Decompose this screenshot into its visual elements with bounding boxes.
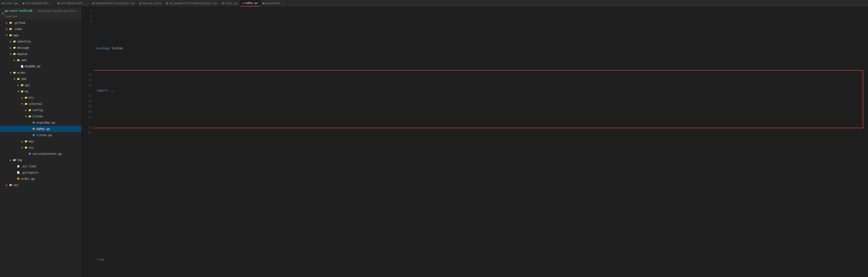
tab-thirdpayment1[interactable]: thirdPaymentMx... [21,0,55,6]
sidebar-item-mqs[interactable]: ▶ 📁 mqs [0,138,82,144]
sidebar-item-rpc[interactable]: ▶ 📁 rpc [0,182,82,188]
folder-icon: 📁 [28,114,32,118]
chevron-icon: ▶ [5,26,9,32]
sidebar-item-app[interactable]: ▼ 📁 app [0,32,82,38]
code-line-1: package listen [97,46,866,51]
file-icon: 📄 [16,171,20,174]
tab-dot [2,3,4,4]
folder-icon: 📁 [12,158,16,162]
folder-icon: 📁 [9,27,12,31]
code-editor[interactable]: 1 2 3 13 14 15 17 18 19 20 21 [82,7,868,277]
chevron-icon: ▶ [20,139,24,144]
sidebar-item-config[interactable]: ▶ 📁 config [0,107,82,113]
tab-thirdpayment2[interactable]: thirdPaymentMx... [55,0,90,6]
code-area: 1 2 3 13 14 15 17 18 19 20 21 [82,7,868,277]
item-label: listen.go [36,133,52,138]
sidebar-item-readme[interactable]: ▶ 📄 README.md [0,63,82,70]
code-line-6 [97,141,866,146]
code-line-13: //kq [97,257,866,262]
item-label: identity [17,39,31,44]
tab-mqueue[interactable]: mqueue.proto [137,0,164,6]
item-label: mqueue [17,51,27,57]
sidebar-item-listen[interactable]: ▼ 📁 listen [0,113,82,119]
folder-icon: 📁 [24,102,28,106]
item-label: tmp [17,158,22,163]
highlight-box [94,70,863,128]
item-label: cmd [21,76,26,81]
sidebar-item-asyncmqs[interactable]: ▶ 🔷 asyncMqs.go [0,119,82,126]
sidebar: ▼ go-zero-looklook ~/Developer/goenv/go-… [0,7,82,277]
chevron-icon: ▶ [9,45,12,50]
item-label: listen [32,114,43,119]
tab-kqpayment[interactable]: kq_paymentStatusUpdateLogic.go [164,0,220,6]
tab-paymentmq[interactable]: paymentMq... [260,0,287,6]
project-header: ▼ go-zero-looklook ~/Developer/goenv/go-… [0,8,82,20]
sidebar-item-gitignore[interactable]: ▶ 📄 .gitignore [0,169,82,176]
item-label: README.md [25,64,40,69]
tab-dot [243,2,244,4]
sidebar-item-order-cmd[interactable]: ▼ 📁 cmd [0,76,82,82]
line-numbers: 1 2 3 13 14 15 17 18 19 20 21 [82,7,94,277]
tab-dot [92,3,94,4]
tab-kqmqs[interactable]: kqMqs.go [240,0,260,6]
sidebar-item-svccontext[interactable]: ▶ 🔷 serviceContext.go [0,151,82,157]
sidebar-item-api[interactable]: ▶ 📁 api [0,82,82,88]
sidebar-item-mqueue-cmd[interactable]: ▶ 📁 cmd [0,57,82,63]
item-label: config [32,108,43,113]
sidebar-item-airtoml[interactable]: ▶ 📋 .air.toml [0,163,82,169]
tab-label: thirdPaymentMx... [26,2,53,5]
project-chevron: ▼ [1,11,5,16]
item-label: .idea [13,26,22,32]
sidebar-item-mq[interactable]: ▼ 📁 mq [0,88,82,95]
tab-order2[interactable]: order.go [220,0,240,6]
code-content[interactable]: package listen import ... //kq //消息队列 [94,7,868,277]
code-line-3: import ... [97,88,866,93]
folder-icon: 📁 [24,146,28,149]
file-icon: 📄 [20,65,24,68]
item-label: .air.toml [21,164,36,169]
folder-icon: 📁 [12,46,16,50]
chevron-icon: ▼ [20,145,24,150]
sidebar-item-message[interactable]: ▶ 📁 message [0,45,82,51]
code-line-7 [97,157,866,162]
item-label: etc [29,95,34,100]
chevron-icon: ▼ [12,76,16,81]
chevron-icon: ▶ [16,82,20,88]
tab-ordergo[interactable]: order.go [0,0,21,6]
item-label: internal [29,101,42,107]
folder-icon: 📁 [16,58,20,62]
folder-icon: 📁 [28,108,32,112]
sidebar-item-ordergo[interactable]: ▶ 🔶 order.go [0,176,82,182]
tab-dot [222,3,223,4]
item-label: cmd [21,58,26,63]
sidebar-item-internal[interactable]: ▼ 📁 internal [0,101,82,107]
sidebar-item-svc[interactable]: ▼ 📁 svc [0,144,82,151]
sidebar-item-listengo[interactable]: ▶ 🔷 listen.go [0,132,82,138]
sidebar-item-kqmqs[interactable]: ▶ 🔶 kqMqs.go [0,126,82,132]
chevron-icon: ▼ [5,33,9,38]
item-label: .gitignore [21,170,38,175]
chevron-icon: ▼ [9,70,12,75]
item-label: svc [29,145,34,150]
sidebar-item-mqueue[interactable]: ▼ 📁 mqueue [0,51,82,57]
sidebar-item-etc[interactable]: ▶ 📁 etc [0,95,82,101]
sidebar-item-github[interactable]: ▶ 📁 .github [0,20,82,26]
file-icon: 🔷 [28,152,32,156]
tab-dot [166,3,168,4]
tab-label: thirdPaymentMx... [60,2,88,5]
sidebar-item-idea[interactable]: ▶ 📁 .idea [0,26,82,32]
code-line-8 [97,172,866,178]
sidebar-item-tmp[interactable]: ▶ 📁 tmp [0,157,82,163]
sidebar-item-order[interactable]: ▼ 📁 order [0,70,82,76]
tab-updateorder[interactable]: updateOrderStatusLogic.go [90,0,137,6]
chevron-icon: ▶ [12,58,16,63]
sidebar-item-identity[interactable]: ▶ 📁 identity [0,38,82,45]
item-label: order.go [21,176,35,181]
item-label: serviceContext.go [32,151,62,157]
folder-icon: 📁 [20,83,24,87]
code-line-12 [97,236,866,241]
chevron-icon: ▶ [20,95,24,100]
tab-dot [263,3,264,4]
code-line-9 [97,188,866,194]
item-label: api [25,82,30,88]
